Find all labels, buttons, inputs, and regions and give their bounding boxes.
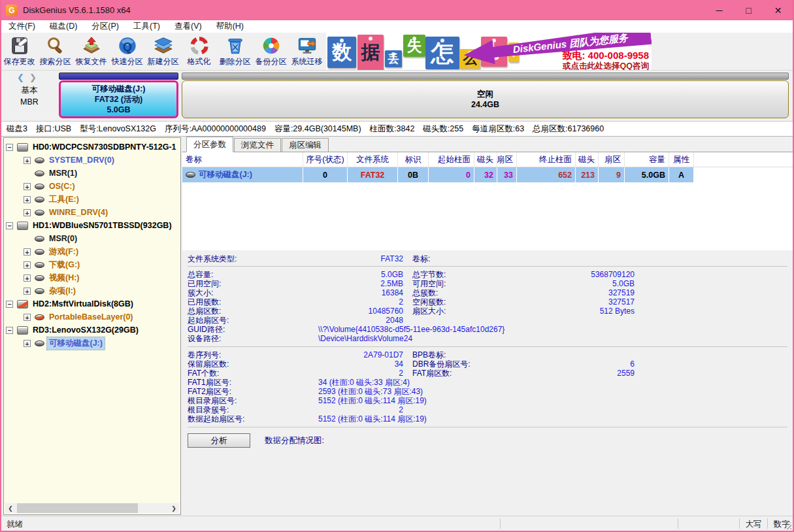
search-partition-button[interactable]: 搜索分区 <box>37 33 73 70</box>
backup-partition-button[interactable]: 备份分区 <box>253 33 289 70</box>
expand-icon[interactable]: + <box>24 157 31 164</box>
format-button[interactable]: 格式化 <box>181 33 217 70</box>
column-header-3[interactable]: 标识 <box>398 152 429 167</box>
tree-item-15[interactable]: +可移动磁盘(J:) <box>4 337 180 350</box>
tree-horizontal-scrollbar[interactable]: ❮ ❯ <box>5 503 179 513</box>
maximize-button[interactable]: □ <box>734 0 763 20</box>
menu-item-2[interactable]: 分区(P) <box>84 21 126 32</box>
tree-item-label[interactable]: HD2:MsftVirtualDisk(8GB) <box>31 299 135 309</box>
tab-0[interactable]: 分区参数 <box>186 137 233 152</box>
expand-icon[interactable]: + <box>24 261 31 269</box>
expand-icon[interactable]: + <box>24 183 31 190</box>
expand-icon[interactable]: + <box>24 209 31 216</box>
tree-item-10[interactable]: +视频(H:) <box>4 271 180 284</box>
tree-item-6[interactable]: −HD1:WDBlueSN5701TBSSD(932GB) <box>4 219 180 232</box>
expand-icon[interactable]: + <box>24 288 31 295</box>
expand-icon[interactable]: + <box>24 196 31 203</box>
menu-item-4[interactable]: 查看(V) <box>167 21 209 32</box>
column-header-9[interactable]: 扇区 <box>599 152 625 167</box>
save-changes-button[interactable]: 保存更改 <box>1 33 37 70</box>
partition-icon <box>35 171 44 176</box>
new-partition-button[interactable]: 新建分区 <box>145 33 181 70</box>
close-button[interactable]: ✕ <box>763 0 793 20</box>
delete-partition-button[interactable]: 删除分区 <box>217 33 253 70</box>
next-disk-icon[interactable]: ❯ <box>29 73 42 82</box>
cell-text: 0B <box>408 171 418 180</box>
tree-item-12[interactable]: −HD2:MsftVirtualDisk(8GB) <box>4 297 180 310</box>
tree-item-11[interactable]: +杂项(I:) <box>4 284 180 297</box>
ad-qq-link[interactable]: 或点击此处选择QQ咨询 <box>563 61 649 70</box>
analyze-button[interactable]: 分析 <box>188 433 250 448</box>
scrollbar-thumb[interactable] <box>17 503 138 513</box>
column-header-6[interactable]: 扇区 <box>497 152 517 167</box>
tree-item-label[interactable]: 下载(G:) <box>47 259 82 271</box>
expand-icon[interactable]: + <box>24 248 31 256</box>
tree-item-4[interactable]: +工具(E:) <box>4 193 180 206</box>
partition-block-selected[interactable]: 可移动磁盘(J:) FAT32 (活动) 5.0GB <box>59 80 178 118</box>
column-header-0[interactable]: 卷标 <box>182 152 303 167</box>
collapse-icon[interactable]: − <box>6 327 13 334</box>
details-panel: 文件系统类型: FAT32 卷标: 总容量:5.0GB总字节数:53687091… <box>182 250 793 516</box>
scrollbar-track[interactable] <box>16 503 169 513</box>
table-row[interactable]: 可移动磁盘(J:)0FAT320B0323365221395.0GBA <box>182 167 793 182</box>
tree-item-7[interactable]: MSR(0) <box>4 232 180 245</box>
partition-block-free[interactable]: 空闲 24.4GB <box>182 80 789 118</box>
tree-item-2[interactable]: MSR(1) <box>4 167 180 180</box>
column-header-10[interactable]: 容量 <box>625 152 669 167</box>
column-header-4[interactable]: 起始柱面 <box>429 152 474 167</box>
scroll-right-icon[interactable]: ❯ <box>169 505 179 512</box>
expand-icon[interactable]: + <box>24 340 31 347</box>
tree-item-label[interactable]: 杂项(I:) <box>47 285 78 297</box>
svg-text:Q: Q <box>123 40 132 53</box>
column-header-11[interactable]: 属性 <box>669 152 694 167</box>
tab-1[interactable]: 浏览文件 <box>234 138 281 152</box>
tree-item-label[interactable]: MSR(0) <box>47 233 79 244</box>
detail-label: 总字节数: <box>412 270 543 279</box>
quick-partition-button[interactable]: Q快速分区 <box>109 33 145 70</box>
tree-item-label[interactable]: HD1:WDBlueSN5701TBSSD(932GB) <box>31 220 174 231</box>
tree-item-3[interactable]: +OS(C:) <box>4 180 180 193</box>
prev-disk-icon[interactable]: ❮ <box>17 73 29 82</box>
tab-2[interactable]: 扇区编辑 <box>282 138 329 152</box>
ad-banner[interactable]: 数据丢失怎么办! DiskGenius 团队为您服务 致电: 400-008-9… <box>326 33 652 70</box>
tree-item-8[interactable]: +游戏(F:) <box>4 245 180 258</box>
tree-item-label[interactable]: WINRE_DRV(4) <box>47 207 110 218</box>
partition-icon <box>35 197 44 203</box>
expand-icon[interactable]: + <box>24 274 31 282</box>
collapse-icon[interactable]: − <box>6 144 13 151</box>
column-header-5[interactable]: 磁头 <box>474 152 497 167</box>
tree-item-14[interactable]: −RD3:LenovoSX132G(29GB) <box>4 324 180 337</box>
scroll-left-icon[interactable]: ❮ <box>5 505 16 512</box>
menu-item-5[interactable]: 帮助(H) <box>209 21 251 32</box>
tree-item-label[interactable]: HD0:WDCPCSN730SDBPNTY-512G-1 <box>31 142 178 152</box>
column-header-1[interactable]: 序号(状态) <box>303 152 348 167</box>
collapse-icon[interactable]: − <box>6 301 13 308</box>
column-header-2[interactable]: 文件系统 <box>348 152 398 167</box>
tree-item-9[interactable]: +下载(G:) <box>4 258 180 271</box>
tree-item-label[interactable]: SYSTEM_DRV(0) <box>47 155 116 165</box>
cell-text: 213 <box>581 171 595 180</box>
tree-item-label[interactable]: MSR(1) <box>47 168 79 178</box>
tree-item-label[interactable]: PortableBaseLayer(0) <box>47 312 135 322</box>
tree-item-13[interactable]: +PortableBaseLayer(0) <box>4 310 180 324</box>
tree-item-label[interactable]: 游戏(F:) <box>47 246 80 258</box>
menu-item-1[interactable]: 磁盘(D) <box>42 21 84 32</box>
tree-item-5[interactable]: +WINRE_DRV(4) <box>4 206 180 219</box>
tree-item-1[interactable]: +SYSTEM_DRV(0) <box>4 154 180 167</box>
detail-value: 2 <box>318 369 403 378</box>
tree-item-label[interactable]: RD3:LenovoSX132G(29GB) <box>31 325 141 335</box>
menu-item-3[interactable]: 工具(T) <box>126 21 167 32</box>
collapse-icon[interactable]: − <box>6 222 13 229</box>
minimize-button[interactable]: ─ <box>704 0 734 20</box>
system-migration-button[interactable]: 系统迁移 <box>289 33 325 70</box>
column-header-7[interactable]: 终止柱面 <box>517 152 576 167</box>
expand-icon[interactable]: + <box>24 314 31 321</box>
tree-item-0[interactable]: −HD0:WDCPCSN730SDBPNTY-512G-1 <box>4 141 180 154</box>
tree-item-label[interactable]: 视频(H:) <box>47 272 82 284</box>
recover-files-button[interactable]: 恢复文件 <box>73 33 109 70</box>
tree-item-label[interactable]: OS(C:) <box>47 181 77 191</box>
tree-item-label[interactable]: 工具(E:) <box>47 193 81 206</box>
tree-item-label[interactable]: 可移动磁盘(J:) <box>47 337 105 350</box>
column-header-8[interactable]: 磁头 <box>576 152 599 167</box>
menu-item-0[interactable]: 文件(F) <box>1 21 42 32</box>
